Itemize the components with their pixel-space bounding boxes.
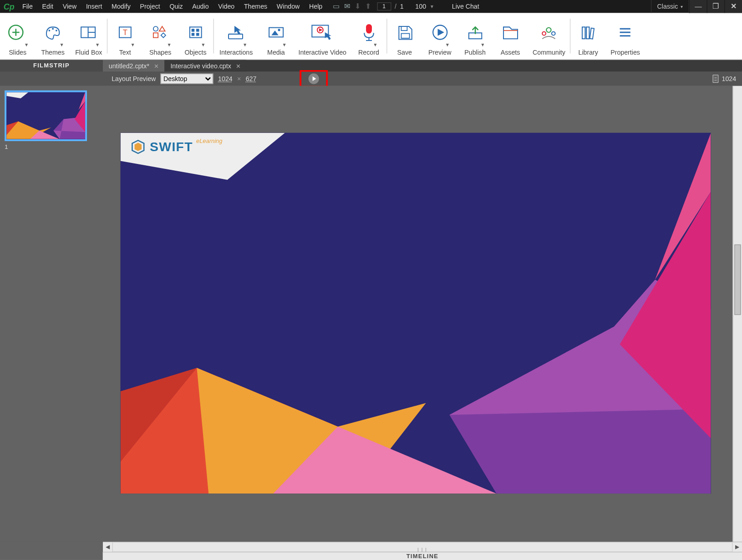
slides-button[interactable]: ▼ Slides [0,13,35,59]
record-button[interactable]: ▼ Record [351,13,386,59]
breakpoint-ruler[interactable]: 1024 [712,75,736,83]
app-logo-icon: Cp [0,2,18,11]
svg-rect-13 [153,33,158,37]
svg-marker-26 [319,28,322,31]
chevron-down-icon: ▼ [430,4,434,9]
slide-canvas[interactable]: SWIFT eLearning [121,133,711,494]
live-chat-link[interactable]: Live Chat [452,3,479,10]
workspace-switcher[interactable]: Classic ▾ [651,0,689,13]
play-preview-button[interactable] [309,73,319,84]
breakpoint-handle-icon[interactable] [712,75,718,83]
sync-up-icon[interactable]: ⬆ [365,2,371,10]
shapes-button[interactable]: ▼ Shapes [142,13,178,59]
svg-marker-22 [271,30,278,35]
chevron-down-icon: ▼ [282,42,286,48]
chevron-down-icon: ▼ [373,42,377,48]
svg-rect-38 [582,27,585,39]
assets-label: Assets [501,49,520,56]
slide-artwork [121,133,711,494]
menu-file[interactable]: File [18,3,38,10]
interactions-button[interactable]: ▼ Interactions [214,13,259,59]
themes-button[interactable]: ▼ Themes [35,13,70,59]
slide-number: 1 [5,143,98,150]
svg-marker-63 [135,143,142,151]
media-button[interactable]: ▼ Media [259,13,294,59]
canvas-width[interactable]: 1024 [218,75,233,82]
interactions-label: Interactions [219,49,253,56]
menu-edit[interactable]: Edit [37,3,58,10]
tab-interactive-video[interactable]: Interactive video.cptx ✕ [165,60,247,72]
menu-bar: Cp File Edit View Insert Modify Project … [0,0,742,13]
dimension-separator: × [237,75,241,82]
svg-point-5 [56,30,57,31]
page-current-input[interactable]: 1 [377,2,391,10]
chevron-down-icon: ▼ [445,42,450,48]
interactive-video-button[interactable]: Interactive Video [294,13,351,59]
zoom-control[interactable]: 100 ▼ [415,3,434,10]
device-select[interactable]: Desktop [161,73,213,84]
svg-point-35 [547,27,551,32]
chevron-down-icon: ▼ [167,42,171,48]
collaborate-icon[interactable]: ▭ [333,2,339,10]
properties-button[interactable]: Properties [606,13,645,59]
svg-marker-14 [161,33,165,37]
save-label: Save [397,49,412,56]
timeline-panel-header[interactable]: TIMELINE [103,552,742,560]
fluid-box-button[interactable]: ▼ Fluid Box [71,13,107,59]
menu-view[interactable]: View [58,3,81,10]
menu-window[interactable]: Window [272,3,305,10]
slide-thumbnail[interactable] [5,91,87,141]
objects-button[interactable]: ▼ Objects [178,13,213,59]
chevron-down-icon: ▼ [130,42,135,48]
publish-button[interactable]: ▼ Publish [457,13,493,59]
svg-rect-20 [229,34,243,38]
vertical-scrollbar[interactable] [732,86,742,542]
publish-label: Publish [464,49,486,56]
assets-button[interactable]: Assets [493,13,528,59]
svg-rect-19 [196,33,199,36]
menu-video[interactable]: Video [213,3,239,10]
svg-rect-17 [196,29,199,31]
svg-rect-40 [590,28,595,39]
preview-button[interactable]: ▼ Preview [422,13,457,59]
layout-preview-label: Layout Preview [112,75,156,82]
mail-icon[interactable]: ✉ [344,2,350,10]
menu-project[interactable]: Project [135,3,165,10]
canvas-height[interactable]: 627 [246,75,257,82]
library-button[interactable]: Library [570,13,605,59]
close-icon[interactable]: ✕ [154,62,158,69]
page-separator: / [395,3,396,10]
objects-label: Objects [185,49,207,56]
close-button[interactable]: ✕ [724,0,742,13]
slides-label: Slides [9,49,26,56]
svg-text:T: T [123,28,127,37]
sync-down-icon[interactable]: ⬇ [355,2,361,10]
text-button[interactable]: T▼ Text [107,13,142,59]
svg-point-4 [52,28,54,30]
community-button[interactable]: Community [528,13,570,59]
svg-rect-18 [192,33,194,36]
close-icon[interactable]: ✕ [236,62,240,69]
scroll-left-icon[interactable]: ◀ [103,542,113,552]
scrollbar-thumb[interactable] [734,244,741,315]
brand-mark-icon [130,139,146,155]
menu-insert[interactable]: Insert [81,3,107,10]
chevron-down-icon: ▼ [59,42,64,48]
chevron-down-icon: ▼ [201,42,205,48]
menu-quiz[interactable]: Quiz [165,3,188,10]
minimize-button[interactable]: — [689,0,707,13]
menu-audio[interactable]: Audio [188,3,213,10]
menu-themes[interactable]: Themes [239,3,272,10]
page-total: 1 [400,3,404,10]
menu-help[interactable]: Help [305,3,327,10]
scroll-right-icon[interactable]: ▶ [732,542,742,552]
save-button[interactable]: Save [387,13,422,59]
tab-untitled2[interactable]: untitled2.cptx* ✕ [103,60,165,72]
horizontal-scrollbar[interactable]: ◀ │││ ▶ [103,542,742,552]
menu-modify[interactable]: Modify [107,3,135,10]
svg-point-11 [153,26,158,31]
maximize-button[interactable]: ❐ [707,0,725,13]
svg-rect-39 [586,27,589,39]
library-label: Library [578,49,598,56]
text-label: Text [119,49,131,56]
